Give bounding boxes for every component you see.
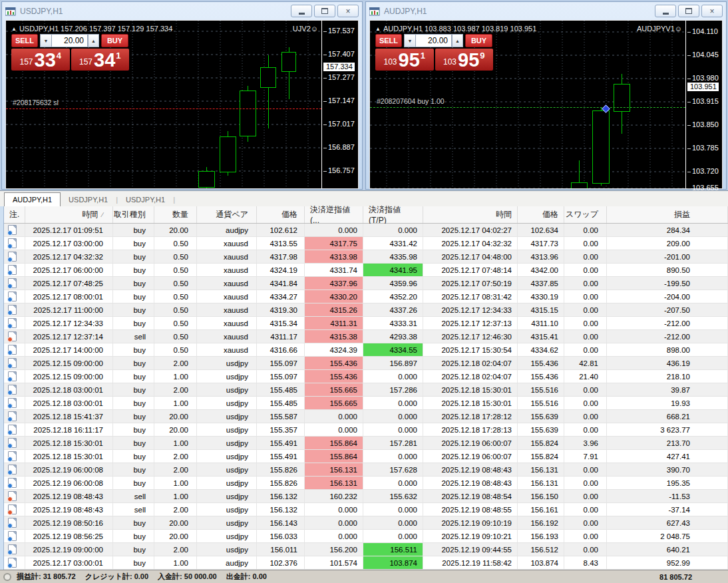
column-header-type[interactable]: 取引種別 — [113, 206, 154, 223]
table-row[interactable]: 2025.12.19 08:56:25buy20.00usdjpy156.033… — [4, 530, 728, 543]
table-row[interactable]: 2025.12.17 14:00:00buy0.50xauusd4316.664… — [4, 343, 728, 357]
column-header-profit[interactable]: 損益 — [607, 206, 728, 223]
table-row[interactable]: 2025.12.17 04:32:32buy0.50xauusd4317.984… — [4, 250, 728, 264]
table-cell: 2025.12.19 08:48:55 — [423, 503, 518, 516]
order-level-line[interactable] — [370, 107, 685, 108]
table-row[interactable]: 2025.12.17 12:34:33buy0.50xauusd4315.344… — [4, 317, 728, 330]
table-cell: 4316.66 — [257, 343, 305, 357]
table-cell: 20.00 — [154, 410, 197, 423]
tab-usdjpy-h1-2[interactable]: USDJPY,H1 — [118, 193, 173, 206]
price-scale[interactable]: 157.537157.407157.334157.277157.147157.0… — [323, 21, 358, 188]
close-button[interactable]: × — [701, 5, 723, 17]
table-row[interactable]: 2025.12.19 08:48:43sell1.00usdjpy156.132… — [4, 490, 728, 503]
table-cell: usdjpy — [197, 397, 257, 410]
sell-button[interactable]: SELL — [375, 34, 402, 47]
window-titlebar[interactable]: AUDJPY,H1 × — [366, 2, 726, 20]
chart-plot-area[interactable]: ▲USDJPY,H1 157.206 157.397 157.129 157.3… — [6, 21, 322, 188]
column-header-open-time[interactable]: 時間∕ — [25, 206, 113, 223]
sell-quote-button[interactable]: 157334 — [11, 49, 70, 71]
table-row[interactable]: 2025.12.15 09:00:00buy1.00usdjpy155.0971… — [4, 370, 728, 383]
column-header-sl[interactable]: 決済逆指値(... — [305, 206, 363, 223]
sell-order-note-icon — [8, 491, 17, 501]
order-level-line[interactable] — [6, 108, 321, 109]
table-row[interactable]: 2025.12.18 03:00:01buy1.00usdjpy155.4851… — [4, 397, 728, 410]
volume-decrease-icon[interactable]: ▼ — [40, 34, 51, 47]
table-cell: xauusd — [197, 290, 257, 303]
table-cell: usdjpy — [197, 503, 257, 516]
table-cell: 2025.12.19 08:48:54 — [423, 490, 518, 503]
restore-button[interactable] — [678, 5, 699, 17]
column-header-price[interactable]: 価格 — [257, 206, 305, 223]
table-cell: xauusd — [197, 237, 257, 250]
table-cell: xauusd — [197, 250, 257, 264]
buy-quote-button[interactable]: 103959 — [435, 49, 494, 71]
table-row[interactable]: 2025.12.15 09:00:00buy2.00usdjpy155.0971… — [4, 357, 728, 370]
table-row[interactable]: 2025.12.19 06:00:08buy2.00usdjpy155.8261… — [4, 463, 728, 477]
table-row[interactable]: 2025.12.18 15:30:01buy2.00usdjpy155.4911… — [4, 450, 728, 463]
table-row[interactable]: 2025.12.17 03:00:01buy1.00audjpy102.3761… — [4, 556, 728, 570]
price-scale[interactable]: 104.110104.045103.980103.951103.915103.8… — [687, 21, 722, 188]
sort-indicator-icon: ∕ — [102, 211, 103, 218]
table-cell: 2025.12.17 01:09:51 — [25, 224, 113, 237]
table-row[interactable]: 2025.12.17 06:00:00buy0.50xauusd4324.194… — [4, 264, 728, 277]
volume-decrease-icon[interactable]: ▼ — [404, 34, 415, 47]
table-cell: 39.87 — [607, 383, 728, 397]
table-cell: 155.485 — [257, 397, 305, 410]
table-cell: 1.00 — [154, 397, 197, 410]
table-row[interactable]: 2025.12.17 03:00:00buy0.50xauusd4313.554… — [4, 237, 728, 250]
table-cell: 284.34 — [607, 224, 728, 237]
sell-quote-button[interactable]: 103951 — [375, 49, 434, 71]
minimize-button[interactable] — [291, 5, 312, 17]
table-cell: sell — [113, 503, 154, 516]
buy-quote-button[interactable]: 157341 — [71, 49, 130, 71]
table-row[interactable]: 2025.12.19 09:00:00buy2.00usdjpy156.0111… — [4, 543, 728, 556]
table-row[interactable]: 2025.12.19 06:00:08buy1.00usdjpy155.8261… — [4, 477, 728, 490]
table-cell: buy — [113, 556, 154, 570]
table-cell: audjpy — [197, 556, 257, 570]
volume-increase-icon[interactable]: ▲ — [88, 34, 99, 47]
table-row[interactable]: 2025.12.19 08:48:43sell2.00usdjpy156.132… — [4, 503, 728, 516]
table-cell: 155.485 — [257, 383, 305, 397]
table-row[interactable]: 2025.12.17 01:09:51buy20.00audjpy102.612… — [4, 224, 728, 237]
buy-button[interactable]: BUY — [465, 34, 492, 47]
column-header-volume[interactable]: 数量 — [154, 206, 197, 223]
price-scale-label: 103.915 — [692, 97, 719, 105]
collapse-arrow-icon: ▲ — [11, 26, 17, 32]
column-header-swap[interactable]: スワップ — [564, 206, 607, 223]
column-header-tp[interactable]: 決済指値(T/P) — [363, 206, 423, 223]
table-row[interactable]: 2025.12.18 15:41:37buy20.00usdjpy155.587… — [4, 410, 728, 423]
sell-button[interactable]: SELL — [11, 34, 38, 47]
profit-total: 損益計: 31 805.72 — [17, 572, 76, 582]
table-cell: 4337.85 — [518, 277, 564, 290]
table-cell: 0.00 — [564, 516, 607, 530]
volume-input[interactable]: 20.00 — [51, 34, 88, 47]
table-row[interactable]: 2025.12.17 11:00:00buy0.50xauusd4319.304… — [4, 303, 728, 317]
table-row[interactable]: 2025.12.17 07:48:25buy0.50xauusd4341.844… — [4, 277, 728, 290]
buy-button[interactable]: BUY — [101, 34, 128, 47]
close-button[interactable]: × — [337, 5, 359, 17]
window-titlebar[interactable]: USDJPY,H1 × — [2, 2, 362, 20]
table-row[interactable]: 2025.12.19 08:50:16buy20.00usdjpy156.143… — [4, 516, 728, 530]
table-row[interactable]: 2025.12.18 03:00:01buy2.00usdjpy155.4851… — [4, 383, 728, 397]
tab-audjpy-h1[interactable]: AUDJPY,H1 — [4, 192, 61, 206]
table-cell: 2025.12.18 16:11:17 — [25, 423, 113, 437]
column-header-note[interactable]: 注. — [4, 206, 25, 223]
table-cell: 1.00 — [154, 437, 197, 450]
minimize-button[interactable] — [655, 5, 676, 17]
chart-plot-area[interactable]: ▲AUDJPY,H1 103.883 103.987 103.819 103.9… — [370, 21, 686, 188]
column-header-symbol[interactable]: 通貨ペア — [197, 206, 257, 223]
table-cell: buy — [113, 516, 154, 530]
table-row[interactable]: 2025.12.17 08:00:01buy0.50xauusd4334.274… — [4, 290, 728, 303]
table-cell: 4311.31 — [305, 317, 363, 330]
column-header-close-price[interactable]: 価格 — [518, 206, 564, 223]
table-cell: 156.150 — [518, 490, 564, 503]
table-cell: 2025.12.17 03:00:00 — [25, 237, 113, 250]
volume-input[interactable]: 20.00 — [415, 34, 452, 47]
table-row[interactable]: 2025.12.17 12:37:14sell0.50xauusd4311.17… — [4, 330, 728, 343]
volume-increase-icon[interactable]: ▲ — [452, 34, 463, 47]
tab-usdjpy-h1[interactable]: USDJPY,H1 — [61, 193, 116, 206]
column-header-close-time[interactable]: 時間 — [423, 206, 518, 223]
table-row[interactable]: 2025.12.18 16:11:17buy20.00usdjpy155.357… — [4, 423, 728, 437]
table-row[interactable]: 2025.12.18 15:30:01buy1.00usdjpy155.4911… — [4, 437, 728, 450]
restore-button[interactable] — [314, 5, 335, 17]
